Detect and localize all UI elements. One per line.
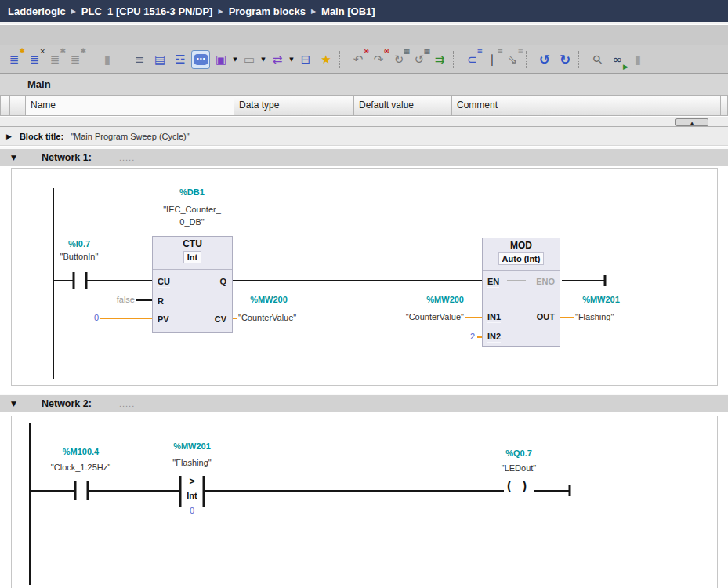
favorites-icon[interactable]: ★	[317, 50, 335, 69]
load-to-device-icon[interactable]: ⇉	[430, 50, 449, 69]
toolbar-separator	[578, 51, 585, 68]
network-list-icon[interactable]: ☲	[171, 50, 190, 69]
ctu-r-value[interactable]: false	[102, 295, 135, 305]
in1-operand-name[interactable]: "CounterValue"	[378, 312, 464, 322]
block-title-value[interactable]: "Main Program Sweep (Cycle)"	[71, 132, 189, 141]
lad-editor-window: Ladderlogic ▶ PLC_1 [CPU 1516-3 PN/DP] ▶…	[0, 0, 728, 588]
block-title-label: Block title:	[20, 132, 63, 141]
find-and-replace-icon[interactable]: ⚲	[588, 50, 607, 69]
row-marker-column	[0, 95, 10, 116]
coil-ledout-address[interactable]: %Q0.7	[480, 448, 558, 459]
ctu-db-name-line1[interactable]: "IEC_Counter_	[145, 205, 239, 215]
navigate-previous-icon[interactable]: ↺	[535, 50, 554, 69]
column-header-data-type[interactable]: Data type	[234, 95, 354, 116]
block-name: Main	[27, 78, 51, 90]
network-2-comment-placeholder[interactable]: .....	[119, 399, 135, 408]
contact-buttonin-name[interactable]: "ButtonIn"	[32, 252, 126, 262]
free-form-comments-icon[interactable]: ⋯	[191, 50, 210, 69]
insert-comment-icon[interactable]: ▭	[240, 50, 259, 69]
out-operand-name[interactable]: "Flashing"	[575, 312, 614, 322]
breadcrumb-item-main-ob1[interactable]: Main [OB1]	[321, 5, 375, 17]
toolbar-separator	[526, 51, 532, 68]
contact-clock-name[interactable]: "Clock_1.25Hz"	[22, 463, 139, 473]
ctu-pv-value[interactable]: 0	[74, 313, 99, 323]
comparator-operator[interactable]: >	[180, 477, 204, 487]
ctu-counter-block[interactable]: CTU Int CU R PV Q CV	[152, 236, 233, 333]
network-2-collapse-icon[interactable]: ▼	[11, 400, 20, 408]
network-2-title[interactable]: Network 2:	[42, 398, 92, 409]
open-all-networks-icon[interactable]: ⊂≡	[462, 50, 481, 69]
block-name-row: Main	[0, 74, 728, 95]
previous-error-icon[interactable]: ↶⊗	[349, 50, 368, 69]
insert-empty-box-dropdown-icon[interactable]: ▼	[231, 50, 239, 69]
block-title-expander-icon[interactable]: ▶	[6, 132, 12, 140]
breadcrumb-item-project[interactable]: Ladderlogic	[8, 5, 66, 17]
mod-pin-en: EN	[487, 277, 499, 288]
network-1-canvas[interactable]	[11, 168, 718, 386]
contact-clock-address[interactable]: %M100.4	[42, 447, 120, 457]
in1-operand-address[interactable]: %MW200	[392, 295, 464, 305]
interface-table-header: Name Data type Default value Comment	[0, 95, 728, 116]
cv-operand-name[interactable]: "CounterValue"	[238, 313, 296, 323]
network-1-collapse-icon[interactable]: ▼	[11, 154, 20, 162]
toolbar-separator	[453, 51, 459, 68]
close-all-networks-icon[interactable]: ∣≡	[483, 50, 502, 69]
paste-block-icon[interactable]: ▮	[98, 50, 117, 69]
out-operand-address[interactable]: %MW201	[566, 295, 636, 305]
coil-ledout-name[interactable]: "LEDout"	[480, 463, 558, 474]
toolbar-separator	[89, 51, 95, 68]
absolute-operands-icon[interactable]: ⊟	[296, 50, 315, 69]
insert-jump-label-icon[interactable]: ⇄	[268, 50, 287, 69]
breadcrumb-item-program-blocks[interactable]: Program blocks	[229, 5, 306, 17]
comparator-name[interactable]: "Flashing"	[153, 458, 231, 468]
insert-row-after-icon[interactable]: ≣✱	[66, 50, 85, 69]
interface-collapse-track[interactable]: ▲	[0, 116, 728, 127]
mod-in2-value[interactable]: 2	[455, 332, 475, 342]
network-1-header[interactable]: ▼ Network 1: .....	[0, 147, 728, 166]
mod-mode-selector[interactable]: Auto (Int)	[498, 252, 545, 265]
mod-block[interactable]: MOD Auto (Int) EN ENO IN1 IN2 OUT	[482, 238, 560, 347]
insert-comment-dropdown-icon[interactable]: ▼	[259, 50, 267, 69]
column-header-default-value[interactable]: Default value	[354, 95, 452, 116]
network-2-canvas[interactable]	[11, 416, 718, 588]
network-2-header[interactable]: ▼ Network 2: .....	[0, 394, 728, 412]
network-1-title[interactable]: Network 1:	[42, 152, 92, 163]
breadcrumb-separator-icon: ▶	[71, 7, 76, 15]
network-overview-icon[interactable]: ≡	[130, 50, 149, 69]
column-header-comment[interactable]: Comment	[452, 95, 721, 116]
contact-buttonin-address[interactable]: %I0.7	[40, 239, 118, 249]
comparator-address[interactable]: %MW201	[153, 441, 231, 452]
ctu-block-title: CTU	[153, 238, 232, 249]
insert-empty-box-icon[interactable]: ▣	[212, 50, 230, 69]
synchronize-calls-icon[interactable]: ↺▦	[410, 50, 429, 69]
insert-row-before-icon[interactable]: ≣✱	[45, 50, 64, 69]
insert-network-icon[interactable]: ≣✱	[5, 50, 24, 69]
monitoring-toggle-icon[interactable]: ∞▶	[608, 50, 627, 69]
collapse-interface-button[interactable]: ▲	[675, 118, 708, 126]
network-1-comment-placeholder[interactable]: .....	[119, 153, 135, 162]
mod-block-title: MOD	[483, 240, 560, 251]
ctu-db-address[interactable]: %DB1	[153, 187, 231, 198]
ctu-pin-pv: PV	[158, 314, 169, 325]
ctu-db-name-line2[interactable]: 0_DB"	[145, 217, 239, 227]
mod-pin-in1: IN1	[487, 312, 501, 323]
delete-network-icon[interactable]: ≣×	[25, 50, 44, 69]
collapse-networks-icon[interactable]: ⇘≡	[503, 50, 522, 69]
breadcrumb-item-plc[interactable]: PLC_1 [CPU 1516-3 PN/DP]	[81, 5, 213, 17]
editor-toolbar: ≣✱ ≣× ≣✱ ≣✱ ▮ ≡ ▤ ☲ ⋯ ▣ ▼ ▭ ▼ ⇄ ▼ ⊟ ★ ↶⊗…	[0, 45, 728, 74]
coil-symbol[interactable]: ( )	[497, 479, 541, 493]
navigate-next-icon[interactable]: ↻	[556, 50, 574, 69]
column-header-name[interactable]: Name	[26, 95, 234, 116]
ctu-type-selector[interactable]: Int	[183, 251, 201, 263]
split-editor-view-icon[interactable]: ▤	[150, 50, 169, 69]
block-protection-icon[interactable]: ▮	[628, 50, 647, 69]
update-block-calls-icon[interactable]: ↻▦	[389, 50, 408, 69]
cv-operand-address[interactable]: %MW200	[235, 295, 302, 305]
scroll-up-icon: ▲	[690, 120, 694, 125]
insert-jump-label-dropdown-icon[interactable]: ▼	[288, 50, 295, 69]
comparator-value[interactable]: 0	[180, 506, 204, 516]
column-header-stub	[721, 95, 728, 116]
next-error-icon[interactable]: ↷⊗	[369, 50, 388, 69]
comparator-type[interactable]: Int	[180, 491, 204, 501]
breadcrumb: Ladderlogic ▶ PLC_1 [CPU 1516-3 PN/DP] ▶…	[0, 0, 728, 24]
